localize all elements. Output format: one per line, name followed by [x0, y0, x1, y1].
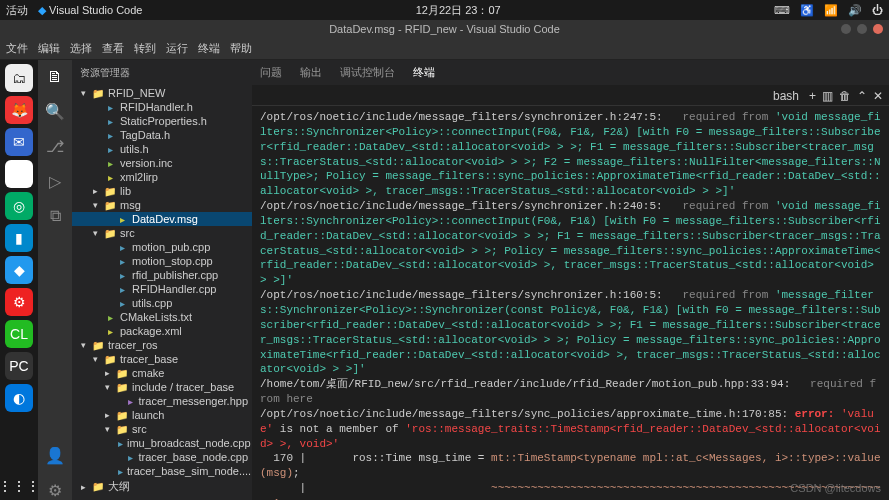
tray-volume-icon[interactable]: 🔊: [848, 4, 862, 17]
terminal-shell-label[interactable]: bash: [773, 89, 799, 103]
panel-tab-0[interactable]: 问题: [260, 65, 282, 80]
panel-tab-1[interactable]: 输出: [300, 65, 322, 80]
menu-运行[interactable]: 运行: [166, 41, 188, 56]
file-RFIDHandler.h[interactable]: ▸RFIDHandler.h: [72, 100, 252, 114]
folder-msg[interactable]: ▾📁msg: [72, 198, 252, 212]
file-version.inc[interactable]: ▸version.inc: [72, 156, 252, 170]
tree-label: cmake: [132, 367, 164, 379]
tree-label: 大纲: [108, 479, 130, 494]
folder-RFID_NEW[interactable]: ▾📁RFID_NEW: [72, 86, 252, 100]
panel-tab-2[interactable]: 调试控制台: [340, 65, 395, 80]
dock-vscode-icon[interactable]: ◆: [5, 256, 33, 284]
tree-label: include / tracer_base: [132, 381, 234, 393]
tray-icons[interactable]: ⌨ ♿ 📶 🔊 ⏻: [774, 4, 883, 17]
folder-cmake[interactable]: ▸📁cmake: [72, 366, 252, 380]
folder-include / tracer_base[interactable]: ▾📁include / tracer_base: [72, 380, 252, 394]
tree-label: version.inc: [120, 157, 173, 169]
dock-files-icon[interactable]: 🗂: [5, 64, 33, 92]
dock-clion-icon[interactable]: CL: [5, 320, 33, 348]
dock-settings-icon[interactable]: ⚙: [5, 288, 33, 316]
dock-app-icon[interactable]: ▮: [5, 224, 33, 252]
terminal-kill-icon[interactable]: 🗑: [839, 89, 851, 103]
menu-帮助[interactable]: 帮助: [230, 41, 252, 56]
dock-apps-icon[interactable]: ⋮⋮⋮: [5, 472, 33, 500]
tree-label: tracer_base: [120, 353, 178, 365]
explorer-title: 资源管理器: [72, 60, 252, 86]
folder-tracer_base[interactable]: ▾📁tracer_base: [72, 352, 252, 366]
menu-转到[interactable]: 转到: [134, 41, 156, 56]
file-motion_pub.cpp[interactable]: ▸motion_pub.cpp: [72, 240, 252, 254]
source-control-icon[interactable]: ⎇: [46, 137, 64, 156]
terminal-output[interactable]: /opt/ros/noetic/include/message_filters/…: [252, 106, 889, 500]
clock: 12月22日 23：07: [416, 3, 501, 18]
file-rfid_publisher.cpp[interactable]: ▸rfid_publisher.cpp: [72, 268, 252, 282]
window-minimize-icon[interactable]: [841, 24, 851, 34]
tree-label: tracer_base_node.cpp: [139, 451, 248, 463]
dock-chrome-icon[interactable]: ◉: [5, 160, 33, 188]
window-close-icon[interactable]: [873, 24, 883, 34]
file-motion_stop.cpp[interactable]: ▸motion_stop.cpp: [72, 254, 252, 268]
tray-power-icon[interactable]: ⏻: [872, 4, 883, 16]
menu-编辑[interactable]: 编辑: [38, 41, 60, 56]
activities-label[interactable]: 活动: [6, 3, 28, 18]
tree-label: src: [120, 227, 135, 239]
file-imu_broadcast_node.cpp[interactable]: ▸imu_broadcast_node.cpp: [72, 436, 252, 450]
file-CMakeLists.txt[interactable]: ▸CMakeLists.txt: [72, 310, 252, 324]
tree-label: package.xml: [120, 325, 182, 337]
tree-label: DataDev.msg: [132, 213, 198, 225]
folder-大纲[interactable]: ▸📁大纲: [72, 478, 252, 495]
terminal-close-icon[interactable]: ✕: [873, 89, 883, 103]
menu-文件[interactable]: 文件: [6, 41, 28, 56]
tree-label: launch: [132, 409, 164, 421]
explorer-sidebar: 资源管理器 ▾📁RFID_NEW▸RFIDHandler.h▸StaticPro…: [72, 60, 252, 500]
extensions-icon[interactable]: ⧉: [50, 207, 61, 225]
tree-label: StaticProperties.h: [120, 115, 207, 127]
account-icon[interactable]: 👤: [45, 446, 65, 465]
explorer-icon[interactable]: 🗎: [47, 68, 63, 86]
tray-accessibility-icon[interactable]: ♿: [800, 4, 814, 17]
panel-tab-3[interactable]: 终端: [413, 65, 435, 80]
tray-network-icon[interactable]: 📶: [824, 4, 838, 17]
tree-label: RFIDHandler.cpp: [132, 283, 216, 295]
file-xml2lirp[interactable]: ▸xml2lirp: [72, 170, 252, 184]
search-icon[interactable]: 🔍: [45, 102, 65, 121]
tree-label: rfid_publisher.cpp: [132, 269, 218, 281]
terminal-header: bash + ▥ 🗑 ⌃ ✕: [252, 86, 889, 106]
gear-icon[interactable]: ⚙: [48, 481, 62, 500]
folder-src[interactable]: ▾📁src: [72, 226, 252, 240]
dock-thunderbird-icon[interactable]: ✉: [5, 128, 33, 156]
folder-lib[interactable]: ▸📁lib: [72, 184, 252, 198]
file-StaticProperties.h[interactable]: ▸StaticProperties.h: [72, 114, 252, 128]
tree-label: RFIDHandler.h: [120, 101, 193, 113]
menu-查看[interactable]: 查看: [102, 41, 124, 56]
folder-src[interactable]: ▾📁src: [72, 422, 252, 436]
file-package.xml[interactable]: ▸package.xml: [72, 324, 252, 338]
file-utils.h[interactable]: ▸utils.h: [72, 142, 252, 156]
tree-label: imu_broadcast_node.cpp: [127, 437, 251, 449]
terminal-toggle-icon[interactable]: ⌃: [857, 89, 867, 103]
file-utils.cpp[interactable]: ▸utils.cpp: [72, 296, 252, 310]
folder-tracer_ros[interactable]: ▾📁tracer_ros: [72, 338, 252, 352]
file-RFIDHandler.cpp[interactable]: ▸RFIDHandler.cpp: [72, 282, 252, 296]
menu-选择[interactable]: 选择: [70, 41, 92, 56]
file-TagData.h[interactable]: ▸TagData.h: [72, 128, 252, 142]
file-tracer_base_sim_node....[interactable]: ▸tracer_base_sim_node....: [72, 464, 252, 478]
file-tracer_base_node.cpp[interactable]: ▸tracer_base_node.cpp: [72, 450, 252, 464]
window-maximize-icon[interactable]: [857, 24, 867, 34]
terminal-add-icon[interactable]: +: [809, 89, 816, 103]
dock: 🗂 🦊 ✉ ◉ ◎ ▮ ◆ ⚙ CL PC ◐ ⋮⋮⋮: [0, 60, 38, 500]
debug-icon[interactable]: ▷: [49, 172, 61, 191]
dock-browser-icon[interactable]: 🦊: [5, 96, 33, 124]
menu-终端[interactable]: 终端: [198, 41, 220, 56]
tree-label: msg: [120, 199, 141, 211]
file-DataDev.msg[interactable]: ▸DataDev.msg: [72, 212, 252, 226]
file-tree: ▾📁RFID_NEW▸RFIDHandler.h▸StaticPropertie…: [72, 86, 252, 500]
tree-label: CMakeLists.txt: [120, 311, 192, 323]
dock-edge-icon[interactable]: ◎: [5, 192, 33, 220]
dock-tool-icon[interactable]: ◐: [5, 384, 33, 412]
file-tracer_messenger.hpp[interactable]: ▸tracer_messenger.hpp: [72, 394, 252, 408]
dock-pycharm-icon[interactable]: PC: [5, 352, 33, 380]
tray-keyboard-icon[interactable]: ⌨: [774, 4, 790, 17]
terminal-split-icon[interactable]: ▥: [822, 89, 833, 103]
folder-launch[interactable]: ▸📁launch: [72, 408, 252, 422]
